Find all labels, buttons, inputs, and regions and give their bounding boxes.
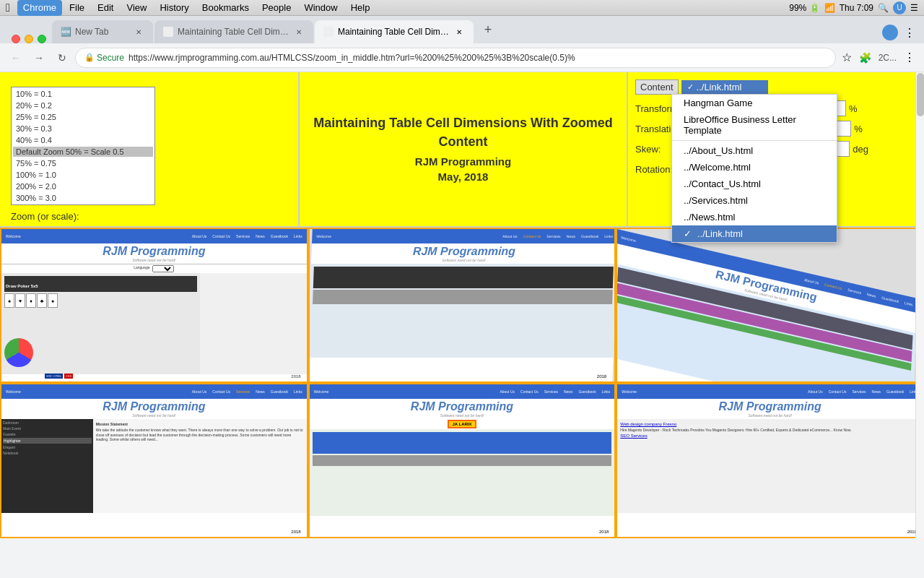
tab-bar-controls: ⋮ (882, 25, 918, 43)
menu-help[interactable]: Help (345, 0, 376, 16)
address-bar-actions: ☆ 🧩 2C... ⋮ (839, 48, 918, 67)
url-text: https://www.rjmprogramming.com.au/HTMLCS… (128, 53, 575, 63)
new-tab-button[interactable]: + (478, 20, 498, 40)
dropdown-link-selected[interactable]: ✓ ../Link.html (672, 225, 837, 242)
user-profile[interactable]: U (893, 1, 906, 14)
file-dropdown-menu: Hangman Game LibreOffice Business Letter… (671, 94, 837, 243)
mock-site-3: Welcome About Us Contact Us Services New… (616, 229, 918, 383)
checkmark-icon: ✓ (687, 82, 694, 92)
screenshot-cell-4: Welcome About Us Contact Us Services New… (0, 383, 308, 538)
tab-newtab-favicon: 🆕 (61, 27, 71, 37)
zoom-row: 40% = 0.4 (13, 135, 153, 145)
menu-window[interactable]: Window (298, 0, 343, 16)
more-options-icon[interactable]: ⋮ (901, 48, 918, 67)
menu-bar-right: 99% 🔋 📶 Thu 7:09 🔍 U ☰ (789, 1, 918, 14)
screenshots-grid: Welcome About Us Contact Us Services New… (0, 228, 924, 538)
dropdown-hangman[interactable]: Hangman Game (672, 95, 837, 111)
language-dropdown-1[interactable] (152, 265, 174, 272)
menu-file[interactable]: File (64, 0, 90, 16)
zoom-row: 75% = 0.75 (13, 158, 153, 168)
dropdown-news[interactable]: ../News.html (672, 209, 837, 225)
selected-checkmark-icon: ✓ (684, 228, 692, 239)
tab-2-title: Maintaining Table Cell Dimens... (178, 27, 289, 37)
dropdown-contact[interactable]: ../Contact_Us.html (672, 176, 837, 192)
page-title: Maintaining Table Cell Dimensions With Z… (300, 114, 627, 184)
close-window-button[interactable] (12, 35, 20, 43)
tab-active-title: Maintaining Table Cell Dimens... (338, 27, 449, 37)
screenshot-cell-5: Welcome About Us Contact Us Services New… (308, 383, 616, 538)
dropdown-about[interactable]: ../About_Us.html (672, 142, 837, 159)
chrome-window: 🆕 New Tab ✕ Maintaining Table Cell Dimen… (0, 16, 924, 578)
zoom-row: 10% = 0.1 (13, 89, 153, 99)
zoom-row: 200% = 2.0 (13, 181, 153, 191)
apple-menu[interactable]:  (6, 1, 10, 14)
tab-active-close[interactable]: ✕ (453, 26, 465, 38)
zoom-label: Zoom (or scale): (11, 211, 287, 222)
transform-origin-y-unit: % (849, 103, 863, 114)
secure-badge: 🔒 Secure (84, 53, 124, 63)
screenshot-cell-3: Welcome About Us Contact Us Services New… (616, 228, 924, 383)
chrome-profile[interactable] (882, 25, 898, 40)
mock-site-1: Welcome About Us Contact Us Services New… (1, 229, 307, 381)
tab-bar: 🆕 New Tab ✕ Maintaining Table Cell Dimen… (0, 16, 924, 43)
menu-view[interactable]: View (121, 0, 152, 16)
zoom-row: 300% = 3.0 (13, 193, 153, 203)
tab-newtab-title: New Tab (75, 27, 128, 37)
tab-2-favicon (163, 27, 173, 37)
extensions-icon[interactable]: 🧩 (856, 49, 874, 66)
selected-file: ../Link.html (697, 82, 742, 92)
tab-active[interactable]: Maintaining Table Cell Dimens... ✕ (315, 20, 474, 43)
wifi-icon: 📶 (824, 3, 835, 13)
dropdown-welcome[interactable]: ../Welcome.html (672, 159, 837, 176)
tab-2-close[interactable]: ✕ (293, 26, 305, 38)
search-icon[interactable]: 🔍 (878, 3, 889, 13)
back-button[interactable]: ← (6, 48, 26, 68)
tab-active-favicon (323, 27, 334, 37)
scrollbar[interactable] (915, 72, 924, 538)
battery-status: 99% 🔋 (789, 3, 819, 13)
chrome-menu-icon[interactable]: ⋮ (901, 26, 918, 40)
zoom-row: 30% = 0.3 (13, 124, 153, 134)
address-bar: ← → ↻ 🔒 Secure https://www.rjmprogrammin… (0, 43, 924, 72)
skew-y-unit: deg (853, 144, 868, 155)
zoom-table-cell: 10% = 0.1 20% = 0.2 25% = 0.25 30% = 0.3… (0, 72, 300, 226)
dropdown-services[interactable]: ../Services.html (672, 192, 837, 209)
content-label: Content (635, 79, 679, 95)
bookmark-star-icon[interactable]: ☆ (839, 48, 855, 67)
reload-button[interactable]: ↻ (52, 48, 72, 68)
clock: Thu 7:09 (840, 3, 873, 13)
content-dropdown[interactable]: ✓ ../Link.html (681, 80, 768, 94)
zoom-row: 25% = 0.25 (13, 112, 153, 122)
mock-site-4: Welcome About Us Contact Us Services New… (1, 384, 307, 537)
zoom-row: 20% = 0.2 (13, 100, 153, 111)
zoom-row-default: Default Zoom 50% = Scale 0.5 (13, 147, 153, 157)
zoom-row: 100% = 1.0 (13, 170, 153, 180)
menu-bookmarks[interactable]: Bookmarks (196, 0, 255, 16)
minimize-window-button[interactable] (25, 35, 33, 43)
menu-history[interactable]: History (154, 0, 194, 16)
dropdown-libreoffice[interactable]: LibreOffice Business Letter Template (672, 111, 837, 139)
tab-newtab[interactable]: 🆕 New Tab ✕ (52, 20, 153, 43)
tab-2[interactable]: Maintaining Table Cell Dimens... ✕ (154, 20, 313, 43)
menu-edit[interactable]: Edit (92, 0, 119, 16)
menu-people[interactable]: People (256, 0, 297, 16)
tab-newtab-close[interactable]: ✕ (133, 26, 144, 38)
notification-icon[interactable]: ☰ (910, 3, 918, 13)
screenshot-cell-2: Welcome About Us Contact Us Services New… (308, 228, 616, 383)
page-title-cell: Maintaining Table Cell Dimensions With Z… (300, 72, 628, 226)
content-select-row: Content ✓ ../Link.html (635, 79, 917, 95)
url-bar[interactable]: 🔒 Secure https://www.rjmprogramming.com.… (75, 48, 836, 68)
zoom-text: 2C... (876, 53, 899, 63)
menu-chrome[interactable]: Chrome (17, 0, 62, 16)
dropdown-divider-1 (672, 140, 837, 141)
scrollbar-thumb[interactable] (917, 73, 924, 116)
forward-button[interactable]: → (29, 48, 49, 68)
mock-site-5: Welcome About Us Contact Us Services New… (310, 384, 615, 537)
fullscreen-window-button[interactable] (38, 35, 46, 43)
screenshot-cell-1: Welcome About Us Contact Us Services New… (0, 228, 308, 383)
mock-site-2: Welcome About Us Contact Us Services New… (308, 229, 616, 381)
traffic-lights (6, 35, 52, 43)
translation-y-unit: % (854, 124, 868, 134)
screenshot-cell-6: Welcome About Us Contact Us Services New… (616, 383, 924, 538)
mock-site-6: Welcome About Us Contact Us Services New… (617, 384, 923, 537)
